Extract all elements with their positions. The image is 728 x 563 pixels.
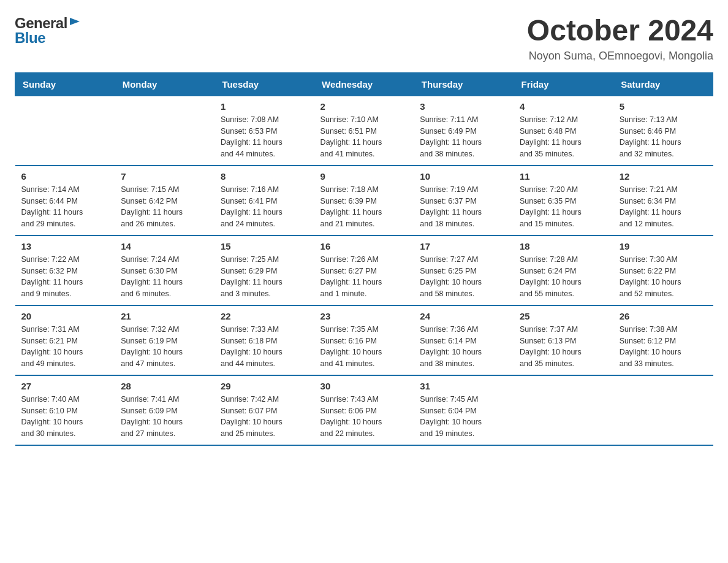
day-number: 17	[420, 241, 507, 251]
day-info: Sunrise: 7:36 AMSunset: 6:14 PMDaylight:…	[420, 324, 507, 370]
calendar-day-cell: 18Sunrise: 7:28 AMSunset: 6:24 PMDayligh…	[514, 236, 613, 305]
calendar-table: SundayMondayTuesdayWednesdayThursdayFrid…	[15, 72, 713, 446]
day-info: Sunrise: 7:28 AMSunset: 6:24 PMDaylight:…	[520, 254, 607, 300]
svg-marker-0	[70, 18, 80, 25]
day-info: Sunrise: 7:35 AMSunset: 6:16 PMDaylight:…	[320, 324, 408, 370]
calendar-day-cell: 5Sunrise: 7:13 AMSunset: 6:46 PMDaylight…	[613, 96, 713, 166]
day-info: Sunrise: 7:27 AMSunset: 6:25 PMDaylight:…	[420, 254, 507, 300]
day-number: 7	[121, 171, 208, 182]
day-info: Sunrise: 7:16 AMSunset: 6:41 PMDaylight:…	[221, 184, 308, 230]
day-number: 5	[620, 101, 707, 112]
day-info: Sunrise: 7:10 AMSunset: 6:51 PMDaylight:…	[320, 114, 408, 160]
day-info: Sunrise: 7:43 AMSunset: 6:06 PMDaylight:…	[320, 394, 408, 440]
calendar-header-day: Monday	[115, 72, 214, 96]
calendar-day-cell: 19Sunrise: 7:30 AMSunset: 6:22 PMDayligh…	[613, 236, 713, 305]
calendar-day-cell: 10Sunrise: 7:19 AMSunset: 6:37 PMDayligh…	[414, 166, 514, 236]
day-number: 21	[121, 311, 208, 321]
calendar-day-cell: 29Sunrise: 7:42 AMSunset: 6:07 PMDayligh…	[214, 375, 314, 445]
day-info: Sunrise: 7:42 AMSunset: 6:07 PMDaylight:…	[221, 394, 308, 440]
day-number: 2	[320, 101, 408, 112]
calendar-day-cell	[613, 375, 713, 445]
calendar-header-day: Friday	[514, 72, 613, 96]
day-number: 11	[520, 171, 607, 182]
calendar-week-row: 20Sunrise: 7:31 AMSunset: 6:21 PMDayligh…	[15, 305, 713, 375]
calendar-day-cell: 28Sunrise: 7:41 AMSunset: 6:09 PMDayligh…	[115, 375, 214, 445]
calendar-body: 1Sunrise: 7:08 AMSunset: 6:53 PMDaylight…	[15, 96, 713, 445]
title-block: October 2024 Noyon Suma, OEmnoegovi, Mon…	[527, 15, 713, 63]
day-info: Sunrise: 7:08 AMSunset: 6:53 PMDaylight:…	[221, 114, 308, 160]
calendar-day-cell: 25Sunrise: 7:37 AMSunset: 6:13 PMDayligh…	[514, 305, 613, 375]
day-info: Sunrise: 7:19 AMSunset: 6:37 PMDaylight:…	[420, 184, 507, 230]
logo-blue-text: Blue	[15, 29, 45, 47]
day-number: 30	[320, 381, 408, 391]
calendar-day-cell: 24Sunrise: 7:36 AMSunset: 6:14 PMDayligh…	[414, 305, 514, 375]
calendar-header-day: Tuesday	[214, 72, 314, 96]
day-number: 10	[420, 171, 507, 182]
day-info: Sunrise: 7:21 AMSunset: 6:34 PMDaylight:…	[620, 184, 707, 230]
day-number: 1	[221, 101, 308, 112]
day-number: 31	[420, 381, 507, 391]
day-info: Sunrise: 7:30 AMSunset: 6:22 PMDaylight:…	[620, 254, 707, 300]
day-info: Sunrise: 7:11 AMSunset: 6:49 PMDaylight:…	[420, 114, 507, 160]
day-number: 13	[21, 241, 109, 251]
day-info: Sunrise: 7:12 AMSunset: 6:48 PMDaylight:…	[520, 114, 607, 160]
day-number: 27	[21, 381, 109, 391]
calendar-day-cell: 23Sunrise: 7:35 AMSunset: 6:16 PMDayligh…	[314, 305, 414, 375]
day-info: Sunrise: 7:26 AMSunset: 6:27 PMDaylight:…	[320, 254, 408, 300]
calendar-week-row: 6Sunrise: 7:14 AMSunset: 6:44 PMDaylight…	[15, 166, 713, 236]
day-info: Sunrise: 7:31 AMSunset: 6:21 PMDaylight:…	[21, 324, 109, 370]
calendar-day-cell: 27Sunrise: 7:40 AMSunset: 6:10 PMDayligh…	[15, 375, 115, 445]
calendar-day-cell: 17Sunrise: 7:27 AMSunset: 6:25 PMDayligh…	[414, 236, 514, 305]
day-number: 26	[620, 311, 707, 321]
day-number: 3	[420, 101, 507, 112]
day-number: 9	[320, 171, 408, 182]
calendar-day-cell: 9Sunrise: 7:18 AMSunset: 6:39 PMDaylight…	[314, 166, 414, 236]
day-info: Sunrise: 7:33 AMSunset: 6:18 PMDaylight:…	[221, 324, 308, 370]
day-number: 15	[221, 241, 308, 251]
calendar-day-cell: 14Sunrise: 7:24 AMSunset: 6:30 PMDayligh…	[115, 236, 214, 305]
day-number: 4	[520, 101, 607, 112]
calendar-header-row: SundayMondayTuesdayWednesdayThursdayFrid…	[15, 72, 713, 96]
calendar-day-cell: 7Sunrise: 7:15 AMSunset: 6:42 PMDaylight…	[115, 166, 214, 236]
calendar-header-day: Wednesday	[314, 72, 414, 96]
calendar-day-cell: 13Sunrise: 7:22 AMSunset: 6:32 PMDayligh…	[15, 236, 115, 305]
calendar-day-cell: 2Sunrise: 7:10 AMSunset: 6:51 PMDaylight…	[314, 96, 414, 166]
calendar-week-row: 1Sunrise: 7:08 AMSunset: 6:53 PMDaylight…	[15, 96, 713, 166]
calendar-day-cell	[115, 96, 214, 166]
calendar-day-cell	[15, 96, 115, 166]
calendar-day-cell: 16Sunrise: 7:26 AMSunset: 6:27 PMDayligh…	[314, 236, 414, 305]
day-number: 29	[221, 381, 308, 391]
calendar-day-cell	[514, 375, 613, 445]
page-header: General Blue October 2024 Noyon Suma, OE…	[15, 15, 713, 63]
day-info: Sunrise: 7:20 AMSunset: 6:35 PMDaylight:…	[520, 184, 607, 230]
day-number: 25	[520, 311, 607, 321]
calendar-day-cell: 26Sunrise: 7:38 AMSunset: 6:12 PMDayligh…	[613, 305, 713, 375]
calendar-header-day: Sunday	[15, 72, 115, 96]
month-title: October 2024	[527, 15, 713, 47]
calendar-header: SundayMondayTuesdayWednesdayThursdayFrid…	[15, 72, 713, 96]
day-info: Sunrise: 7:22 AMSunset: 6:32 PMDaylight:…	[21, 254, 109, 300]
calendar-day-cell: 4Sunrise: 7:12 AMSunset: 6:48 PMDaylight…	[514, 96, 613, 166]
day-info: Sunrise: 7:24 AMSunset: 6:30 PMDaylight:…	[121, 254, 208, 300]
day-info: Sunrise: 7:37 AMSunset: 6:13 PMDaylight:…	[520, 324, 607, 370]
calendar-day-cell: 8Sunrise: 7:16 AMSunset: 6:41 PMDaylight…	[214, 166, 314, 236]
day-info: Sunrise: 7:14 AMSunset: 6:44 PMDaylight:…	[21, 184, 109, 230]
logo: General Blue	[15, 15, 82, 47]
day-info: Sunrise: 7:18 AMSunset: 6:39 PMDaylight:…	[320, 184, 408, 230]
day-info: Sunrise: 7:32 AMSunset: 6:19 PMDaylight:…	[121, 324, 208, 370]
calendar-day-cell: 3Sunrise: 7:11 AMSunset: 6:49 PMDaylight…	[414, 96, 514, 166]
day-number: 12	[620, 171, 707, 182]
location-title: Noyon Suma, OEmnoegovi, Mongolia	[527, 50, 713, 63]
calendar-header-day: Thursday	[414, 72, 514, 96]
calendar-day-cell: 12Sunrise: 7:21 AMSunset: 6:34 PMDayligh…	[613, 166, 713, 236]
calendar-week-row: 27Sunrise: 7:40 AMSunset: 6:10 PMDayligh…	[15, 375, 713, 445]
calendar-day-cell: 15Sunrise: 7:25 AMSunset: 6:29 PMDayligh…	[214, 236, 314, 305]
calendar-day-cell: 21Sunrise: 7:32 AMSunset: 6:19 PMDayligh…	[115, 305, 214, 375]
calendar-day-cell: 11Sunrise: 7:20 AMSunset: 6:35 PMDayligh…	[514, 166, 613, 236]
day-number: 16	[320, 241, 408, 251]
day-info: Sunrise: 7:13 AMSunset: 6:46 PMDaylight:…	[620, 114, 707, 160]
calendar-day-cell: 22Sunrise: 7:33 AMSunset: 6:18 PMDayligh…	[214, 305, 314, 375]
day-info: Sunrise: 7:38 AMSunset: 6:12 PMDaylight:…	[620, 324, 707, 370]
day-number: 28	[121, 381, 208, 391]
day-info: Sunrise: 7:15 AMSunset: 6:42 PMDaylight:…	[121, 184, 208, 230]
